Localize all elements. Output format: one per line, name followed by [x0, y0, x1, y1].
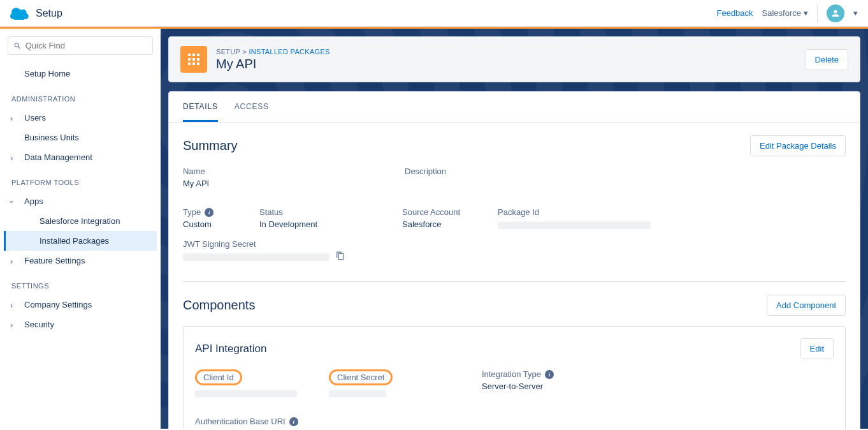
chevron-right-icon: ›: [10, 320, 13, 330]
auth-uri-label: Authentication Base URIi: [195, 417, 814, 426]
svg-rect-7: [192, 63, 195, 65]
breadcrumb: SETUP > INSTALLED PACKAGES: [216, 48, 330, 56]
jwt-value: [183, 251, 827, 262]
description-label: Description: [405, 167, 827, 176]
api-integration-title: API Integration: [195, 343, 266, 355]
content-card: DETAILS ACCESS Summary Edit Package Deta…: [168, 91, 860, 429]
edit-package-button[interactable]: Edit Package Details: [750, 135, 846, 156]
status-value: In Development: [259, 219, 383, 229]
breadcrumb-link[interactable]: INSTALLED PACKAGES: [249, 48, 329, 56]
integration-type-value: Server-to-Server: [482, 382, 814, 391]
org-name: Salesforce: [762, 8, 801, 18]
summary-header: Summary Edit Package Details: [183, 135, 846, 156]
components-title: Components: [183, 298, 255, 313]
svg-rect-2: [197, 54, 199, 56]
source-account-value: Salesforce: [402, 219, 479, 229]
tab-details[interactable]: DETAILS: [183, 92, 218, 122]
page-hero: SETUP > INSTALLED PACKAGES My API Delete: [168, 36, 860, 82]
chevron-down-icon: ▾: [804, 8, 808, 18]
status-label: Status: [259, 207, 383, 217]
tab-access[interactable]: ACCESS: [235, 92, 269, 122]
search-icon: [13, 41, 22, 50]
summary-title: Summary: [183, 138, 238, 153]
nav-section-settings: SETTINGS: [4, 277, 157, 295]
svg-rect-6: [188, 63, 191, 65]
delete-button[interactable]: Delete: [805, 49, 848, 70]
info-icon[interactable]: i: [545, 370, 554, 379]
nav-business-units[interactable]: Business Units: [4, 128, 157, 147]
main-content: SETUP > INSTALLED PACKAGES My API Delete…: [161, 29, 868, 429]
global-header: Setup Feedback Salesforce ▾ ▾: [0, 0, 868, 27]
nav-feature-settings[interactable]: ›Feature Settings: [4, 251, 157, 271]
info-icon[interactable]: i: [205, 208, 213, 217]
name-label: Name: [183, 167, 386, 176]
package-id-value: [498, 219, 669, 229]
user-avatar[interactable]: [827, 4, 844, 22]
nav-setup-home[interactable]: Setup Home: [4, 64, 157, 84]
divider: [817, 4, 818, 22]
page-title: My API: [216, 57, 330, 71]
summary-row-1: Name My API Description: [183, 167, 846, 198]
quick-find-wrapper[interactable]: [8, 36, 153, 55]
source-account-label: Source Account: [402, 207, 479, 217]
jwt-label: JWT Signing Secret: [183, 239, 827, 249]
svg-rect-5: [197, 58, 199, 61]
nav-data-management[interactable]: ›Data Management: [4, 147, 157, 167]
api-row-1: Client Id Client Secret Integration Type…: [195, 369, 834, 408]
tabs: DETAILS ACCESS: [169, 92, 860, 122]
nav-apps[interactable]: ›Apps: [4, 191, 157, 211]
nav-section-administration: ADMINISTRATION: [4, 90, 157, 108]
header-title: Setup: [36, 8, 62, 19]
chevron-right-icon: ›: [10, 300, 13, 310]
nav-salesforce-integration[interactable]: Salesforce Integration: [4, 211, 157, 231]
edit-component-button[interactable]: Edit: [800, 338, 834, 359]
package-icon: [180, 46, 207, 73]
summary-row-2: Typei Custom Status In Development Sourc…: [183, 207, 846, 272]
client-id-value: [195, 388, 310, 397]
client-secret-value: [329, 388, 463, 397]
feedback-link[interactable]: Feedback: [716, 8, 753, 18]
type-value: Custom: [183, 219, 240, 229]
type-label: Typei: [183, 207, 240, 217]
chevron-down-icon: ›: [7, 200, 17, 203]
components-header: Components Add Component: [183, 295, 846, 316]
svg-rect-1: [192, 54, 195, 56]
chevron-down-icon[interactable]: ▾: [853, 8, 858, 18]
svg-rect-0: [188, 54, 191, 56]
copy-icon[interactable]: [336, 251, 345, 262]
nav-section-platform-tools: PLATFORM TOOLS: [4, 174, 157, 191]
nav-installed-packages[interactable]: Installed Packages: [4, 231, 157, 251]
info-icon[interactable]: i: [289, 417, 298, 426]
api-integration-card: API Integration Edit Client Id Client Se…: [183, 326, 846, 429]
org-switcher[interactable]: Salesforce ▾: [762, 8, 808, 18]
api-row-2: Authentication Base URIi https://mc.auth…: [195, 417, 834, 429]
add-component-button[interactable]: Add Component: [767, 295, 846, 316]
chevron-right-icon: ›: [10, 256, 13, 266]
package-id-label: Package Id: [498, 207, 669, 217]
salesforce-logo-icon: [10, 7, 29, 20]
nav-users[interactable]: ›Users: [4, 108, 157, 128]
person-icon: [830, 8, 841, 19]
divider: [183, 281, 846, 282]
integration-type-label: Integration Typei: [482, 369, 814, 379]
client-id-label: Client Id: [195, 369, 310, 385]
client-secret-label: Client Secret: [329, 369, 463, 385]
chevron-right-icon: ›: [10, 114, 13, 123]
chevron-right-icon: ›: [10, 153, 13, 163]
nav-security[interactable]: ›Security: [4, 315, 157, 334]
svg-rect-8: [197, 63, 199, 65]
svg-rect-3: [188, 58, 191, 61]
svg-rect-4: [192, 58, 195, 61]
name-value: My API: [183, 179, 386, 188]
quick-find-input[interactable]: [25, 41, 147, 50]
nav-company-settings[interactable]: ›Company Settings: [4, 295, 157, 315]
sidebar: Setup Home ADMINISTRATION ›Users Busines…: [0, 29, 161, 429]
